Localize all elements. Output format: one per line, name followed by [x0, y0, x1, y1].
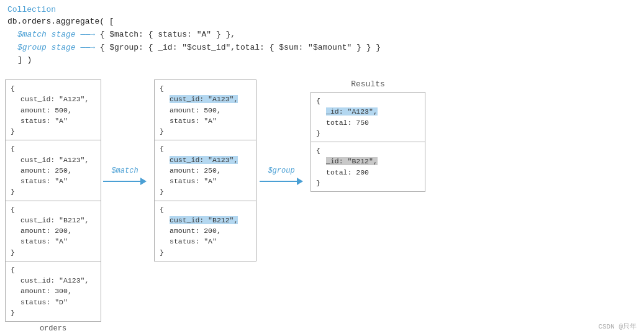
doc2-close: }: [11, 186, 96, 197]
doc3-status: status: "A": [20, 236, 96, 247]
doc-1: { cust_id: "A123", amount: 500, status: …: [6, 80, 101, 140]
match-arrow-line: [103, 178, 147, 185]
group-label: $group: [268, 166, 294, 175]
rdoc1-open: {: [316, 96, 420, 106]
match-code: { $match: { status: "A" } },: [100, 30, 235, 39]
fdoc3-cust: cust_id: "B212",: [170, 215, 251, 225]
fdoc3-amount: amount: 200,: [170, 225, 251, 236]
doc-4: { cust_id: "A123", amount: 300, status: …: [6, 261, 101, 321]
doc3-amount: amount: 200,: [20, 225, 96, 236]
code-line1: db.orders.aggregate( [: [7, 16, 637, 29]
doc1-open: {: [11, 83, 96, 94]
doc4-open: {: [11, 265, 96, 275]
page: Collection db.orders.aggregate( [ $match…: [0, 0, 644, 336]
fdoc2-open: {: [160, 143, 251, 154]
rdoc2-id-highlight: _id: "B212",: [326, 157, 378, 165]
doc2-open: {: [11, 143, 96, 154]
doc4-status: status: "D": [20, 297, 96, 307]
doc2-cust: cust_id: "A123",: [20, 155, 96, 165]
match-arrow-section: $match: [103, 166, 147, 185]
rdoc2-close: }: [316, 178, 420, 188]
results-title: Results: [311, 79, 425, 89]
rdoc1-id-highlight: _id: "A123",: [326, 107, 378, 116]
fdoc1-amount: amount: 500,: [170, 105, 251, 116]
rdoc1-id: _id: "A123",: [326, 106, 420, 117]
doc1-cust: cust_id: "A123",: [20, 94, 96, 104]
fdoc3-open: {: [160, 204, 251, 215]
group-arrow-line: [260, 178, 303, 185]
match-label: $match: [111, 166, 138, 175]
doc2-status: status: "A": [20, 176, 96, 186]
rdoc1-close: }: [316, 128, 420, 138]
doc3-open: {: [11, 204, 96, 215]
code-group-line: $group stage ——→ { $group: { _id: "$cust…: [17, 42, 637, 55]
group-stage-label: $group stage: [17, 43, 76, 52]
results-container: { _id: "A123", total: 750 } { _id: "B212…: [311, 92, 425, 192]
doc2-amount: amount: 250,: [20, 165, 96, 176]
watermark: CSDN @只年: [598, 322, 637, 331]
result-doc-1: { _id: "A123", total: 750 }: [311, 93, 425, 142]
match-h-line: [103, 181, 140, 182]
rdoc2-total: total: 200: [326, 167, 420, 178]
rdoc2-open: {: [316, 145, 420, 156]
code-closing: ] ): [17, 54, 637, 67]
doc1-amount: amount: 500,: [20, 105, 96, 116]
fdoc3-status: status: "A": [170, 236, 251, 247]
doc-3: { cust_id: "B212", amount: 200, status: …: [6, 201, 101, 261]
fdoc2-cust-highlight: cust_id: "A123",: [170, 156, 238, 164]
fdoc2-status: status: "A": [170, 176, 251, 186]
group-arrow-head: [297, 178, 303, 185]
fdoc3-cust-highlight: cust_id: "B212",: [170, 216, 238, 224]
fdoc1-cust: cust_id: "A123",: [170, 94, 251, 104]
results-section: Results { _id: "A123", total: 750 } { _i…: [311, 79, 425, 192]
match-arrow: ——→: [80, 30, 99, 39]
doc4-close: }: [11, 307, 96, 318]
code-match-line: $match stage ——→ { $match: { status: "A"…: [17, 29, 637, 42]
group-arrow: ——→: [80, 43, 99, 52]
filtered-doc-3: { cust_id: "B212", amount: 200, status: …: [155, 201, 256, 261]
diagram-wrapper: { cust_id: "A123", amount: 500, status: …: [5, 79, 638, 328]
doc4-cust: cust_id: "A123",: [20, 275, 96, 286]
filtered-container: { cust_id: "A123", amount: 500, status: …: [154, 79, 256, 261]
fdoc2-cust: cust_id: "A123",: [170, 155, 251, 165]
match-stage-label: $match stage: [17, 30, 76, 39]
doc-2: { cust_id: "A123", amount: 250, status: …: [6, 140, 101, 201]
doc1-status: status: "A": [20, 116, 96, 126]
fdoc3-close: }: [160, 247, 251, 258]
fdoc1-status: status: "A": [170, 116, 251, 126]
fdoc2-close: }: [160, 186, 251, 197]
fdoc1-close: }: [160, 126, 251, 137]
filtered-section: { cust_id: "A123", amount: 500, status: …: [154, 79, 256, 261]
doc3-cust: cust_id: "B212",: [20, 215, 96, 225]
collection-section: { cust_id: "A123", amount: 500, status: …: [5, 79, 101, 333]
code-block: db.orders.aggregate( [ $match stage ——→ …: [7, 16, 637, 67]
rdoc1-total: total: 750: [326, 117, 420, 128]
filtered-doc-2: { cust_id: "A123", amount: 250, status: …: [155, 140, 256, 201]
collection-label: Collection: [7, 5, 637, 14]
doc1-close: }: [11, 126, 96, 137]
fdoc1-open: {: [160, 83, 251, 94]
doc4-amount: amount: 300,: [20, 286, 96, 296]
group-code: { $group: { _id: "$cust_id",total: { $su…: [100, 43, 381, 52]
group-h-line: [260, 181, 297, 182]
collection-container: { cust_id: "A123", amount: 500, status: …: [5, 79, 101, 322]
doc3-close: }: [11, 247, 96, 258]
filtered-doc-1: { cust_id: "A123", amount: 500, status: …: [155, 80, 256, 140]
match-arrow-head: [140, 178, 147, 185]
group-arrow-section: $group: [260, 166, 303, 185]
collection-name-label: orders: [40, 324, 66, 333]
rdoc2-id: _id: "B212",: [326, 156, 420, 166]
fdoc1-cust-highlight: cust_id: "A123",: [170, 95, 238, 103]
result-doc-2: { _id: "B212", total: 200 }: [311, 142, 425, 191]
fdoc2-amount: amount: 250,: [170, 165, 251, 176]
